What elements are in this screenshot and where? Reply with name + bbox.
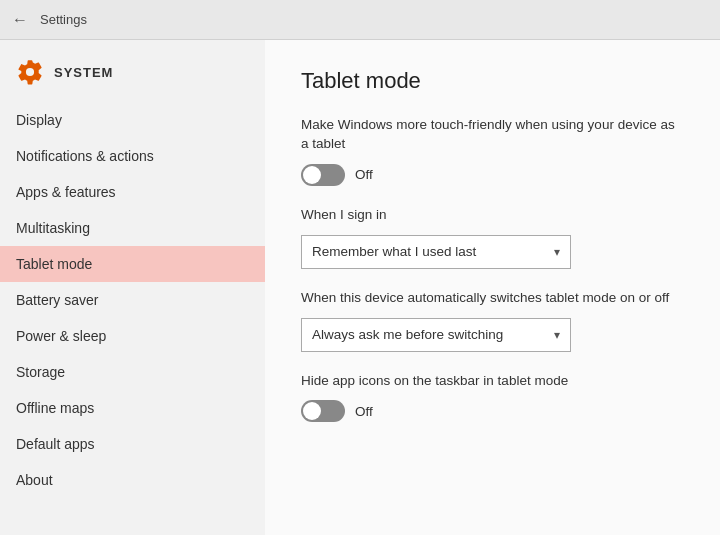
sidebar-item-power[interactable]: Power & sleep (0, 318, 265, 354)
sidebar-item-storage[interactable]: Storage (0, 354, 265, 390)
system-label: SYSTEM (54, 65, 113, 80)
sidebar-item-battery[interactable]: Battery saver (0, 282, 265, 318)
title-bar: ← Settings (0, 0, 720, 40)
app-body: SYSTEM Display Notifications & actions A… (0, 40, 720, 535)
hide-icons-toggle[interactable] (301, 400, 345, 422)
page-title: Tablet mode (301, 68, 684, 94)
chevron-down-icon: ▾ (554, 245, 560, 259)
sidebar-item-tablet[interactable]: Tablet mode (0, 246, 265, 282)
back-button[interactable]: ← (12, 11, 28, 29)
when-sign-in-label: When I sign in (301, 206, 684, 225)
sidebar-item-default-apps[interactable]: Default apps (0, 426, 265, 462)
main-content: Tablet mode Make Windows more touch-frie… (265, 40, 720, 535)
sidebar-header: SYSTEM (0, 48, 265, 102)
sidebar: SYSTEM Display Notifications & actions A… (0, 40, 265, 535)
toggle1-label: Off (355, 167, 373, 182)
auto-switch-dropdown-wrapper: Always ask me before switching ▾ (301, 318, 684, 352)
hide-icons-label: Hide app icons on the taskbar in tablet … (301, 372, 684, 391)
toggle2-row: Off (301, 400, 684, 422)
toggle2-label: Off (355, 404, 373, 419)
auto-switch-label: When this device automatically switches … (301, 289, 684, 308)
sidebar-item-multitasking[interactable]: Multitasking (0, 210, 265, 246)
sidebar-item-apps[interactable]: Apps & features (0, 174, 265, 210)
settings-title: Settings (40, 12, 87, 27)
touch-friendly-label: Make Windows more touch-friendly when us… (301, 116, 684, 154)
toggle1-row: Off (301, 164, 684, 186)
chevron-down-icon-2: ▾ (554, 328, 560, 342)
sign-in-dropdown[interactable]: Remember what I used last ▾ (301, 235, 571, 269)
sidebar-item-display[interactable]: Display (0, 102, 265, 138)
touch-toggle[interactable] (301, 164, 345, 186)
sign-in-dropdown-value: Remember what I used last (312, 244, 476, 259)
auto-switch-dropdown-value: Always ask me before switching (312, 327, 503, 342)
sign-in-dropdown-wrapper: Remember what I used last ▾ (301, 235, 684, 269)
auto-switch-dropdown[interactable]: Always ask me before switching ▾ (301, 318, 571, 352)
gear-icon (16, 58, 44, 86)
sidebar-item-about[interactable]: About (0, 462, 265, 498)
sidebar-item-notifications[interactable]: Notifications & actions (0, 138, 265, 174)
sidebar-item-maps[interactable]: Offline maps (0, 390, 265, 426)
